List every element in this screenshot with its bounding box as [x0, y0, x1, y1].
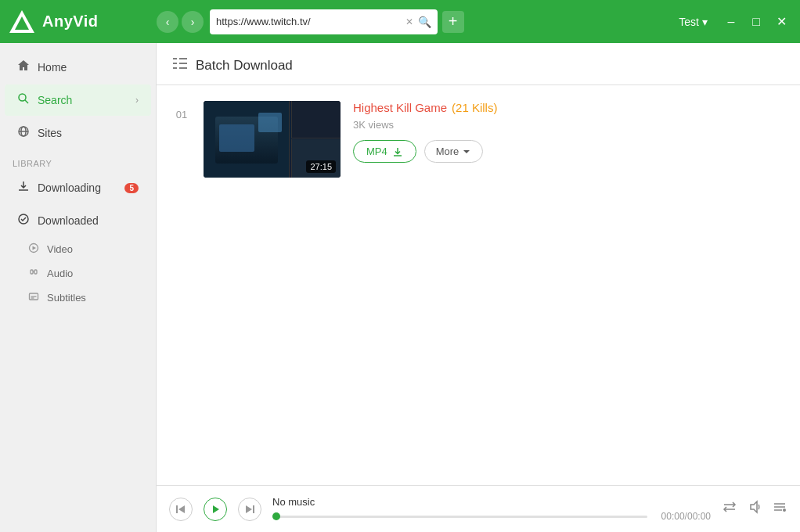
url-search-icon[interactable]: 🔍 [418, 16, 431, 28]
svg-marker-23 [178, 505, 185, 513]
player-track-title: No music [272, 496, 711, 508]
result-number: 01 [172, 101, 191, 120]
repeat-icon[interactable] [722, 499, 737, 519]
downloading-icon [17, 180, 30, 196]
more-label: More [436, 146, 459, 157]
content-area: Batch Download 01 [157, 43, 800, 532]
svg-rect-11 [34, 270, 37, 274]
logo-area: AnyVid [8, 8, 157, 36]
sidebar-item-sites[interactable]: Sites [5, 117, 151, 149]
sidebar: Home Search › Sites Library Downloading … [0, 43, 157, 532]
sidebar-item-downloaded[interactable]: Downloaded [5, 205, 151, 236]
audio-icon [28, 267, 39, 280]
user-chevron-icon: ▾ [702, 16, 708, 28]
sites-icon [17, 125, 30, 141]
user-label: Test [679, 16, 699, 28]
minimize-button[interactable]: – [720, 11, 742, 33]
video-duration: 27:15 [306, 160, 336, 173]
player-bar: No music 00:00/00:00 [157, 485, 800, 532]
sidebar-label-home: Home [38, 61, 67, 74]
url-text: https://www.twitch.tv/ [216, 16, 401, 27]
batch-header: Batch Download [157, 43, 800, 85]
audio-label: Audio [47, 268, 73, 279]
thumbnail: 27:15 [204, 101, 341, 178]
svg-line-3 [25, 100, 28, 103]
download-icon [392, 146, 403, 157]
search-icon [17, 92, 30, 108]
app-title: AnyVid [42, 13, 99, 31]
back-button[interactable]: ‹ [157, 11, 178, 33]
close-button[interactable]: ✕ [770, 11, 792, 33]
add-tab-button[interactable]: + [442, 11, 464, 33]
svg-marker-26 [246, 505, 252, 513]
maximize-button[interactable]: □ [745, 11, 767, 33]
play-icon [211, 505, 220, 514]
subtitles-label: Subtitles [47, 292, 86, 304]
search-arrow-icon: › [135, 95, 139, 106]
svg-marker-9 [33, 246, 37, 250]
sidebar-label-sites: Sites [38, 127, 62, 139]
svg-point-2 [19, 94, 26, 101]
logo-icon [8, 8, 36, 36]
player-icons [722, 499, 787, 519]
batch-icon [172, 57, 188, 74]
more-button[interactable]: More [424, 140, 484, 163]
svg-rect-25 [253, 505, 254, 513]
volume-icon[interactable] [747, 499, 762, 519]
titlebar: AnyVid ‹ › https://www.twitch.tv/ ✕ 🔍 + … [0, 0, 800, 43]
library-section-label: Library [0, 149, 156, 171]
result-item: 01 [172, 101, 784, 178]
player-dot [272, 512, 280, 520]
player-info: No music 00:00/00:00 [272, 496, 711, 522]
home-icon [17, 59, 30, 75]
result-kills: (21 Kills) [452, 101, 497, 114]
sidebar-subitem-video[interactable]: Video [0, 237, 156, 261]
downloaded-label: Downloaded [38, 214, 99, 227]
sidebar-subitem-audio[interactable]: Audio [0, 261, 156, 286]
player-progress-bar[interactable] [272, 516, 647, 518]
video-label: Video [47, 243, 73, 255]
downloading-badge: 5 [124, 183, 139, 193]
svg-marker-27 [751, 501, 757, 512]
forward-button[interactable]: › [182, 11, 204, 33]
results-area: 01 [157, 85, 800, 485]
mp4-label: MP4 [366, 146, 387, 157]
result-title: Highest Kill Game [353, 101, 447, 114]
sidebar-item-downloading[interactable]: Downloading 5 [5, 172, 151, 203]
sidebar-item-home[interactable]: Home [5, 52, 151, 83]
result-title-row: Highest Kill Game (21 Kills) [353, 101, 784, 114]
result-actions: MP4 More [353, 140, 784, 163]
video-icon [28, 243, 39, 256]
main-layout: Home Search › Sites Library Downloading … [0, 43, 800, 532]
svg-point-31 [783, 509, 786, 512]
prev-icon [176, 505, 186, 514]
result-views: 3K views [353, 119, 784, 131]
svg-rect-10 [31, 270, 33, 274]
downloading-label: Downloading [38, 182, 101, 194]
subtitles-icon [28, 291, 39, 304]
next-button[interactable] [238, 498, 261, 521]
svg-marker-24 [213, 505, 219, 513]
downloaded-icon [17, 213, 30, 228]
batch-title: Batch Download [196, 58, 293, 74]
sidebar-item-search[interactable]: Search › [5, 84, 151, 116]
next-icon [245, 505, 254, 514]
svg-rect-22 [176, 505, 178, 513]
mp4-button[interactable]: MP4 [353, 140, 416, 163]
sidebar-label-search: Search [38, 94, 72, 106]
result-info: Highest Kill Game (21 Kills) 3K views MP… [353, 101, 784, 163]
window-controls: – □ ✕ [720, 11, 792, 33]
nav-buttons: ‹ › [157, 11, 204, 33]
playlist-icon[interactable] [772, 499, 787, 519]
sidebar-subitem-subtitles[interactable]: Subtitles [0, 286, 156, 310]
user-menu[interactable]: Test ▾ [679, 16, 708, 28]
chevron-down-icon [462, 147, 471, 156]
url-close-icon[interactable]: ✕ [405, 16, 413, 27]
player-time: 00:00/00:00 [661, 511, 711, 522]
url-bar[interactable]: https://www.twitch.tv/ ✕ 🔍 [210, 9, 438, 34]
prev-button[interactable] [169, 498, 193, 521]
play-button[interactable] [204, 498, 227, 521]
